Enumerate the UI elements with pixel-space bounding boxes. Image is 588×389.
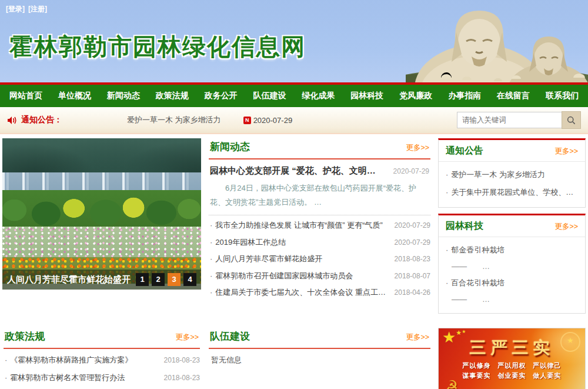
slider-photo-trees	[2, 190, 201, 227]
nav-item-news[interactable]: 新闻动态	[107, 91, 140, 101]
slider-photo-flowerfield	[2, 227, 201, 257]
notices-box-body: 爱护一草一木 为家乡增活力 关于集中开展花园式单位、学校、工厂…	[439, 162, 585, 207]
nav-item-about[interactable]: 单位概况	[58, 91, 91, 101]
news-link[interactable]: 我市全力助推绿色发展 让城市有“颜值” 更有“气质”	[209, 217, 390, 234]
tech-box-header: 园林科技 更多>>	[439, 215, 585, 237]
main-nav: 网站首页 单位概况 新闻动态 政策法规 政务公开 队伍建设 绿化成果 园林科技 …	[0, 82, 588, 107]
three-stricts-banner[interactable]: ★★★ 三严三实 严以修身 严以用权 严以律己 谋事要实 创业要实 做人要实 ☭	[438, 328, 586, 389]
notice-ticker-link[interactable]: 爱护一草一木 为家乡增活力	[127, 115, 221, 125]
notice-bar: 通知公告： 爱护一草一木 为家乡增活力 N 2020-07-29	[0, 107, 588, 134]
tech-box-title: 园林科技	[446, 220, 483, 232]
bottom-right-area: ★★★ 三严三实 严以修身 严以用权 严以律己 谋事要实 创业要实 做人要实 ☭…	[438, 328, 586, 389]
policy-date: 2018-08-23	[164, 352, 200, 369]
tech-link-sub[interactable]: —— …	[446, 259, 578, 274]
news-featured-title[interactable]: 园林中心党支部开展 “爱花、护花、文明…	[210, 165, 389, 177]
notice-link[interactable]: 爱护一草一木 为家乡增活力	[446, 166, 578, 184]
search-form	[457, 111, 581, 129]
nav-item-home[interactable]: 网站首页	[9, 91, 42, 101]
site-header: [登录][注册] 霍林郭勒市园林绿化信息网	[0, 0, 588, 82]
banner-line2: 谋事要实 创业要实 做人要实	[439, 371, 585, 380]
tech-more-link[interactable]: 更多>>	[554, 222, 578, 232]
news-featured: 园林中心党支部开展 “爱花、护花、文明… 2020-07-29 6月24日，园林…	[209, 159, 430, 210]
slider-page-2[interactable]: 2	[152, 273, 165, 286]
tech-box-body: 郁金香引种栽培 —— … 百合花引种栽培 —— …	[439, 237, 585, 313]
photo-slider[interactable]: 人间八月芳菲尽霍市鲜花始盛开 1 2 3 4	[2, 138, 201, 290]
banner-line1: 严以修身 严以用权 严以律己	[439, 361, 585, 370]
news-featured-summary: 6月24日，园林中心党支部在敖包山芍药园开展“爱花、护花、文明赏花”主题党日活动…	[210, 181, 429, 210]
search-button[interactable]	[562, 111, 581, 129]
statues-illustration	[406, 0, 588, 82]
news-row: 霍林郭勒市召开创建国家园林城市动员会 2018-08-07	[209, 268, 430, 285]
search-input[interactable]	[457, 112, 562, 128]
nav-item-policy[interactable]: 政策法规	[156, 91, 189, 101]
page: [登录][注册] 霍林郭勒市园林绿化信息网	[0, 0, 588, 389]
news-link[interactable]: 2019年园林工作总结	[209, 234, 390, 251]
news-date: 2020-07-29	[395, 218, 430, 234]
nav-item-tech[interactable]: 园林科技	[350, 91, 383, 101]
news-title: 新闻动态	[210, 140, 250, 154]
policy-row: 霍林郭勒市古树名木管理暂行办法 2018-08-23	[4, 369, 200, 387]
notices-box-header: 通知公告 更多>>	[439, 140, 585, 162]
news-featured-date: 2020-07-29	[393, 167, 429, 175]
nav-item-gov-affairs[interactable]: 政务公开	[205, 91, 238, 101]
policy-link[interactable]: 霍林郭勒市古树名木管理暂行办法	[4, 369, 159, 386]
policy-more-link[interactable]: 更多>>	[175, 333, 199, 343]
right-sidebar: 通知公告 更多>> 爱护一草一木 为家乡增活力 关于集中开展花园式单位、学校、工…	[438, 138, 586, 320]
team-header: 队伍建设 更多>>	[209, 328, 430, 349]
nav-item-message[interactable]: 在线留言	[497, 91, 530, 101]
policy-title: 政策法规	[5, 330, 45, 343]
notices-box: 通知公告 更多>> 爱护一草一木 为家乡增活力 关于集中开展花园式单位、学校、工…	[438, 138, 586, 208]
nav-item-greening[interactable]: 绿化成果	[302, 91, 335, 101]
news-date: 2018-04-26	[395, 285, 430, 301]
policy-link[interactable]: 霍林郭勒市古树名木保护管理	[4, 387, 159, 389]
content-row-top: 人间八月芳菲尽霍市鲜花始盛开 1 2 3 4 新闻动态 更多>>	[2, 138, 586, 320]
news-link[interactable]: 人间八月芳菲尽霍市鲜花始盛开	[209, 251, 390, 267]
policy-row: 《霍林郭勒市林荫路推广实施方案》 2018-08-23	[4, 351, 200, 369]
news-section: 新闻动态 更多>> 园林中心党支部开展 “爱花、护花、文明… 2020-07-2…	[206, 138, 433, 320]
nav-item-contact[interactable]: 联系我们	[546, 91, 579, 101]
notice-label: 通知公告：	[21, 115, 62, 125]
main-content: 人间八月芳菲尽霍市鲜花始盛开 1 2 3 4 新闻动态 更多>>	[0, 134, 588, 389]
notice-date: 2020-07-29	[253, 116, 293, 125]
divider	[209, 215, 430, 215]
policy-list: 《霍林郭勒市林荫路推广实施方案》 2018-08-23 霍林郭勒市古树名木管理暂…	[4, 349, 200, 389]
bottom-left-area: 政策法规 更多>> 《霍林郭勒市林荫路推广实施方案》 2018-08-23 霍林…	[2, 328, 433, 389]
policy-link[interactable]: 《霍林郭勒市林荫路推广实施方案》	[4, 351, 159, 368]
nav-item-party[interactable]: 党风廉政	[399, 91, 432, 101]
slider-caption-bar: 人间八月芳菲尽霍市鲜花始盛开 1 2 3 4	[2, 270, 201, 290]
nav-item-guide[interactable]: 办事指南	[448, 91, 481, 101]
team-more-link[interactable]: 更多>>	[406, 333, 429, 343]
news-more-link[interactable]: 更多>>	[406, 143, 429, 153]
party-emblem-icon: ☭	[445, 377, 458, 389]
tech-link[interactable]: 百合花引种栽培	[446, 274, 578, 292]
banner-title: 三严三实	[439, 337, 585, 359]
team-title: 队伍建设	[210, 330, 250, 343]
news-date: 2020-07-29	[395, 235, 430, 251]
tech-link-sub[interactable]: —— …	[446, 292, 578, 307]
register-link[interactable]: [注册]	[28, 5, 47, 13]
slider-page-4[interactable]: 4	[183, 273, 196, 286]
slider-page-3-active[interactable]: 3	[168, 273, 181, 286]
login-link[interactable]: [登录]	[6, 5, 25, 13]
news-date: 2018-08-07	[395, 268, 430, 285]
content-row-bottom: 政策法规 更多>> 《霍林郭勒市林荫路推广实施方案》 2018-08-23 霍林…	[2, 328, 586, 389]
policy-row: 霍林郭勒市古树名木保护管理 2018-08-23	[4, 387, 200, 389]
news-link[interactable]: 住建局关于市委七届九次、十次全体会议 重点工作任...	[209, 284, 390, 301]
notices-more-link[interactable]: 更多>>	[554, 147, 578, 157]
slider-pagination: 1 2 3 4	[136, 273, 196, 286]
notice-link[interactable]: 关于集中开展花园式单位、学校、工厂…	[446, 184, 578, 201]
news-row: 我市全力助推绿色发展 让城市有“颜值” 更有“气质” 2020-07-29	[209, 217, 430, 234]
policy-date: 2018-08-23	[164, 370, 200, 387]
nav-item-team[interactable]: 队伍建设	[253, 91, 286, 101]
slider-page-1[interactable]: 1	[136, 273, 149, 286]
page-title: 霍林郭勒市园林绿化信息网	[9, 31, 306, 63]
news-header: 新闻动态 更多>>	[209, 138, 430, 159]
news-row: 住建局关于市委七届九次、十次全体会议 重点工作任... 2018-04-26	[209, 284, 430, 301]
slider-caption-link[interactable]: 人间八月芳菲尽霍市鲜花始盛开	[7, 274, 136, 285]
news-link[interactable]: 霍林郭勒市召开创建国家园林城市动员会	[209, 268, 390, 284]
news-date: 2018-08-23	[395, 251, 430, 268]
notices-box-title: 通知公告	[446, 145, 483, 157]
news-list: 我市全力助推绿色发展 让城市有“颜值” 更有“气质” 2020-07-29 20…	[209, 217, 430, 301]
team-section: 队伍建设 更多>> 暂无信息	[206, 328, 433, 389]
tech-link[interactable]: 郁金香引种栽培	[446, 241, 578, 259]
